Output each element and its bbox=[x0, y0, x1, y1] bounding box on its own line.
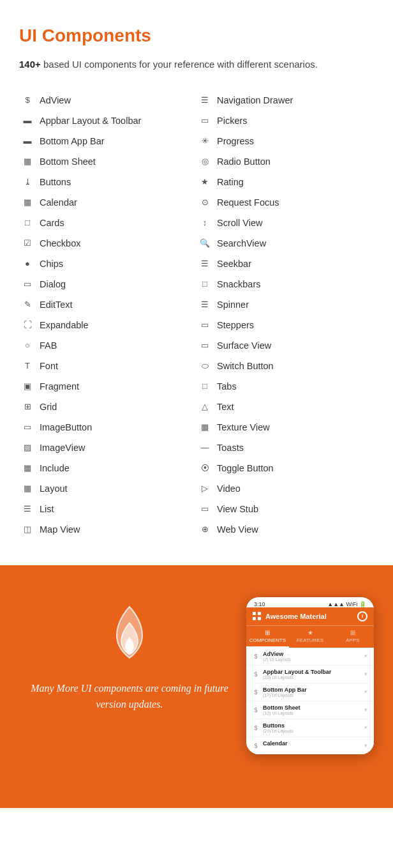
list-item[interactable]: $ AdView bbox=[19, 90, 196, 110]
list-item[interactable]: T Font bbox=[19, 356, 196, 376]
list-item[interactable]: ▬ Bottom App Bar bbox=[19, 131, 196, 151]
components-grid: $ AdView ▬ Appbar Layout & Toolbar ▬ Bot… bbox=[19, 90, 374, 540]
phone-item-title: Buttons bbox=[263, 722, 293, 729]
phone-list-item[interactable]: ＄ Bottom App Bar (17) UI Layouts ▾ bbox=[246, 683, 374, 701]
list-item[interactable]: ✎ EditText bbox=[19, 294, 196, 315]
phone-tab-features[interactable]: ★ FEATURES bbox=[289, 626, 332, 648]
component-name: Expandable bbox=[40, 320, 89, 330]
list-item[interactable]: ☰ Spinner bbox=[196, 294, 374, 315]
list-item[interactable]: ▦ Layout bbox=[19, 478, 196, 499]
phone-status-bar: 3:10 ▲▲▲ WiFi 🔋 bbox=[246, 597, 374, 607]
component-icon: □ bbox=[199, 381, 211, 392]
components-right-col: ☰ Navigation Drawer ▭ Pickers ✳ Progress… bbox=[196, 90, 374, 540]
list-item[interactable]: □ Cards bbox=[19, 213, 196, 233]
phone-list-item[interactable]: ＄ Calendar ▾ bbox=[246, 737, 374, 754]
list-item[interactable]: ▦ Calendar bbox=[19, 192, 196, 213]
subtitle-rest: based UI components for your reference w… bbox=[41, 59, 318, 70]
list-item[interactable]: ▦ Include bbox=[19, 458, 196, 478]
phone-list-item[interactable]: ＄ Buttons (20) UI Layouts ▾ bbox=[246, 719, 374, 737]
list-item[interactable]: ◎ Radio Button bbox=[196, 151, 374, 172]
list-item[interactable]: ▬ Appbar Layout & Toolbar bbox=[19, 110, 196, 131]
list-item[interactable]: ▨ ImageView bbox=[19, 438, 196, 458]
list-item[interactable]: ▷ Video bbox=[196, 478, 374, 499]
component-icon: ▣ bbox=[22, 381, 33, 392]
list-item[interactable]: — Toasts bbox=[196, 438, 374, 458]
phone-item-title: AdView bbox=[263, 651, 291, 657]
list-item[interactable]: ▣ Fragment bbox=[19, 376, 196, 397]
component-name: View Stub bbox=[217, 504, 258, 514]
list-item[interactable]: ⊙ Request Focus bbox=[196, 192, 374, 213]
list-item[interactable]: 🔍 SearchView bbox=[196, 233, 374, 254]
component-icon: □ bbox=[22, 217, 33, 229]
list-item[interactable]: ⊕ Web View bbox=[196, 519, 374, 540]
list-item[interactable]: ☰ List bbox=[19, 499, 196, 519]
component-name: Web View bbox=[217, 524, 258, 535]
component-icon: ▭ bbox=[199, 503, 211, 515]
list-item[interactable]: ▭ ImageButton bbox=[19, 417, 196, 438]
component-name: Surface View bbox=[217, 340, 271, 351]
list-item[interactable]: ▦ Bottom Sheet bbox=[19, 151, 196, 172]
page-title: UI Components bbox=[19, 26, 374, 46]
component-name: ImageView bbox=[40, 443, 85, 453]
phone-list-item[interactable]: ＄ Appbar Layout & Toolbar (20) UI Layout… bbox=[246, 666, 374, 683]
phone-list-left: ＄ Calendar bbox=[253, 740, 288, 750]
component-icon: 🔍 bbox=[199, 238, 211, 249]
phone-tab-apps[interactable]: ⊞ APPS bbox=[331, 626, 374, 648]
list-item[interactable]: ▭ Steppers bbox=[196, 315, 374, 335]
component-name: List bbox=[40, 504, 54, 514]
component-icon: ↕ bbox=[199, 217, 211, 229]
list-item[interactable]: ▭ Dialog bbox=[19, 274, 196, 294]
component-icon: ⛶ bbox=[22, 319, 33, 331]
list-item[interactable]: ◫ Map View bbox=[19, 519, 196, 540]
phone-item-sub: (17) UI Layouts bbox=[263, 693, 307, 697]
phone-tab-components[interactable]: ⊞ COMPONENTS bbox=[246, 626, 289, 648]
list-item[interactable]: ⦿ Toggle Button bbox=[196, 458, 374, 478]
list-item[interactable]: ⬭ Switch Button bbox=[196, 356, 374, 376]
component-name: Map View bbox=[40, 524, 80, 535]
phone-list-left: ＄ AdView (2) UI Layouts bbox=[253, 651, 291, 662]
list-item[interactable]: ▦ Texture View bbox=[196, 417, 374, 438]
component-name: Chips bbox=[40, 259, 63, 269]
list-item[interactable]: □ Snackbars bbox=[196, 274, 374, 294]
list-item[interactable]: ● Chips bbox=[19, 254, 196, 274]
list-item[interactable]: ▭ View Stub bbox=[196, 499, 374, 519]
component-name: Tabs bbox=[217, 381, 237, 392]
phone-list-item[interactable]: ＄ AdView (2) UI Layouts ▾ bbox=[246, 648, 374, 666]
phone-list-left: ＄ Bottom Sheet (10) UI Layouts bbox=[253, 704, 300, 715]
phone-item-icon: ＄ bbox=[253, 688, 259, 697]
phone-item-icon: ＄ bbox=[253, 742, 259, 750]
phone-list-left: ＄ Buttons (20) UI Layouts bbox=[253, 722, 293, 733]
component-icon: ☰ bbox=[199, 299, 211, 310]
component-name: FAB bbox=[40, 340, 57, 351]
main-container: UI Components 140+ based UI components f… bbox=[0, 0, 393, 540]
component-icon: ⤓ bbox=[22, 176, 33, 188]
apps-tab-icon: ⊞ bbox=[350, 629, 355, 636]
component-icon: $ bbox=[22, 95, 33, 106]
list-item[interactable]: ⊞ Grid bbox=[19, 397, 196, 417]
list-item[interactable]: ▭ Pickers bbox=[196, 110, 374, 131]
list-item[interactable]: ⤓ Buttons bbox=[19, 172, 196, 192]
list-item[interactable]: □ Tabs bbox=[196, 376, 374, 397]
list-item[interactable]: ⛶ Expandable bbox=[19, 315, 196, 335]
component-name: Grid bbox=[40, 402, 57, 412]
phone-item-title: Calendar bbox=[263, 740, 288, 747]
list-item[interactable]: ☰ Navigation Drawer bbox=[196, 90, 374, 110]
phone-item-icon: ＄ bbox=[253, 652, 259, 661]
logo-grid bbox=[253, 612, 262, 621]
component-icon: ● bbox=[22, 258, 33, 270]
list-item[interactable]: ↕ Scroll View bbox=[196, 213, 374, 233]
phone-list-item[interactable]: ＄ Bottom Sheet (10) UI Layouts ▾ bbox=[246, 701, 374, 719]
list-item[interactable]: △ Text bbox=[196, 397, 374, 417]
list-item[interactable]: ★ Rating bbox=[196, 172, 374, 192]
phone-item-sub: (10) UI Layouts bbox=[263, 711, 300, 715]
list-item[interactable]: ☰ Seekbar bbox=[196, 254, 374, 274]
list-item[interactable]: ☑ Checkbox bbox=[19, 233, 196, 254]
list-item[interactable]: ○ FAB bbox=[19, 335, 196, 356]
phone-item-arrow: ▾ bbox=[364, 724, 367, 731]
list-item[interactable]: ▭ Surface View bbox=[196, 335, 374, 356]
phone-signal: ▲▲▲ WiFi 🔋 bbox=[327, 601, 366, 607]
list-item[interactable]: ✳ Progress bbox=[196, 131, 374, 151]
component-name: ImageButton bbox=[40, 422, 92, 432]
component-icon: ⬭ bbox=[199, 360, 211, 372]
component-name: SearchView bbox=[217, 238, 266, 248]
